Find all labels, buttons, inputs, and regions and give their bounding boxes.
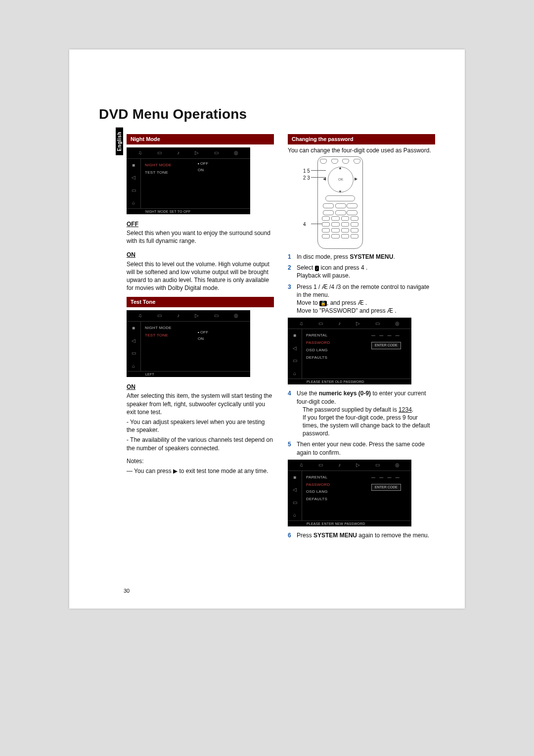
password-new-screenshot: ♫ ▭ ♪ ▷ ▭ ◎ ■ ◁ ▭ ⌂ PARENTAL [288, 460, 411, 526]
step-3: Press 1 / Æ /4 /3 on the remote control … [288, 283, 435, 315]
code-dashes: — — — — [371, 475, 401, 480]
screen-status: NIGHT MODE SET TO OFF [127, 208, 250, 216]
side-icon: ⌂ [132, 363, 135, 370]
screen-tab-row: ♫ ▭ ♪ ▷ ▭ ◎ [127, 147, 250, 159]
tab-icon: ▷ [195, 149, 199, 156]
page-number: 30 [124, 588, 130, 594]
tt-on-p2: - You can adjust speakers level when you… [127, 418, 274, 434]
tab-icon: ◎ [234, 149, 238, 156]
tab-icon: ◎ [234, 312, 238, 319]
side-icon: ▭ [293, 499, 297, 506]
ok-button: OK [328, 167, 354, 192]
language-tab: English [116, 128, 123, 155]
speaker-icon: ♪ [315, 266, 319, 271]
remote-diagram: 1 5 2 3 4 ▲◀▶▼ OK [317, 156, 363, 249]
screen-status: PLEASE ENTER NEW PASSWORD [288, 520, 411, 528]
code-dashes: — — — — [371, 333, 401, 338]
steps-list-3: Press SYSTEM MENU again to remove the me… [288, 531, 435, 539]
option-on: ON [198, 167, 208, 174]
page-title: DVD Menu Operations [99, 106, 435, 122]
side-icon: ◁ [132, 337, 135, 344]
side-icon: ⌂ [293, 370, 296, 377]
side-icon: ◁ [293, 486, 297, 493]
tt-on-p1: After selecting this item, the system wi… [127, 392, 274, 416]
menu-item: DEFAULTS [306, 496, 407, 503]
tab-icon: ♪ [177, 149, 179, 156]
tab-icon: ♪ [177, 312, 179, 319]
menu-item: NIGHT MODE [145, 162, 246, 169]
callout-label: 4 [303, 221, 306, 228]
enter-code-box: ENTER CODE [371, 342, 401, 349]
callout-label: 2 3 [303, 175, 310, 182]
side-icon: ◁ [293, 345, 297, 352]
password-old-screenshot: ♫ ▭ ♪ ▷ ▭ ◎ ■ ◁ ▭ ⌂ PARENTAL [288, 318, 411, 384]
tab-icon: ▭ [214, 312, 219, 319]
tab-icon: ♫ [138, 312, 142, 319]
on-subhead: ON [127, 251, 274, 259]
password-header: Changing the password [288, 134, 435, 144]
tab-icon: ♫ [300, 320, 304, 327]
tab-icon: ◎ [395, 462, 400, 469]
step-4: Use the numeric keys (0-9) to enter your… [288, 389, 435, 437]
step-5: Then enter your new code. Press the same… [288, 440, 435, 456]
tt-on-p3: - The availability of the various channe… [127, 436, 274, 452]
notes-text: — You can press ▶ to exit test tone mode… [127, 467, 274, 475]
tab-icon: ▭ [375, 462, 380, 469]
side-icon: ■ [132, 325, 135, 331]
tab-icon: ♪ [338, 462, 341, 469]
tab-icon: ▭ [318, 320, 323, 327]
side-icon: ■ [132, 162, 135, 169]
left-column: Night Mode ♫ ▭ ♪ ▷ ▭ ◎ ■ ◁ ▭ ⌂ [127, 134, 274, 542]
off-text: Select this when you want to enjoy the s… [127, 229, 274, 245]
manual-page: DVD Menu Operations English Night Mode ♫… [69, 49, 465, 609]
screen-status: PLEASE ENTER OLD PASSWORD [288, 378, 411, 386]
step-1: In disc mode, press SYSTEM MENU. [288, 253, 435, 261]
menu-item: NIGHT MODE [145, 325, 246, 332]
step-6: Press SYSTEM MENU again to remove the me… [288, 531, 435, 539]
menu-item: TEST TONE [145, 332, 246, 339]
steps-list-2: Use the numeric keys (0-9) to enter your… [288, 389, 435, 457]
tab-icon: ▷ [356, 320, 360, 327]
on-text: Select this to level out the volume. Hig… [127, 260, 274, 292]
tab-icon: ▷ [195, 312, 199, 319]
lock-icon: 🔒 [319, 301, 327, 306]
tab-icon: ▭ [318, 462, 323, 469]
side-icon: ⌂ [132, 199, 135, 206]
side-icon: ▭ [132, 187, 136, 194]
tab-icon: ▭ [157, 149, 162, 156]
option-off: OFF [198, 161, 208, 167]
side-icon: ▭ [132, 350, 136, 357]
tab-icon: ▭ [157, 312, 162, 319]
night-mode-screenshot: ♫ ▭ ♪ ▷ ▭ ◎ ■ ◁ ▭ ⌂ NIGHT MODE [127, 147, 250, 214]
screen-side-icons: ■ ◁ ▭ ⌂ [127, 159, 141, 208]
steps-list: In disc mode, press SYSTEM MENU. Select … [288, 253, 435, 315]
menu-item: DEFAULTS [306, 354, 407, 362]
tab-icon: ▷ [356, 462, 360, 469]
option-on: ON [198, 336, 208, 342]
step-2: Select ♪ icon and press 4 . Playback wil… [288, 264, 435, 280]
enter-code-box: ENTER CODE [371, 484, 401, 491]
callout-label: 1 5 [303, 168, 310, 175]
option-off: OFF [198, 330, 208, 336]
side-icon: ◁ [132, 174, 135, 181]
tt-on-subhead: ON [127, 383, 274, 391]
tab-icon: ▭ [214, 149, 219, 156]
right-column: Changing the password You can change the… [288, 134, 435, 542]
side-icon: ⌂ [293, 512, 296, 519]
intro-text: You can change the four-digit code used … [288, 146, 435, 154]
screen-status: LEFT [127, 371, 250, 378]
night-mode-header: Night Mode [127, 134, 274, 144]
test-tone-screenshot: ♫ ▭ ♪ ▷ ▭ ◎ ■ ◁ ▭ ⌂ NIGHT MODE [127, 310, 250, 377]
tab-icon: ▭ [375, 320, 380, 327]
side-icon: ■ [293, 474, 296, 481]
tab-icon: ♪ [338, 320, 341, 327]
menu-item: TEST TONE [145, 169, 246, 177]
off-subhead: OFF [127, 220, 274, 228]
tab-icon: ◎ [395, 320, 400, 327]
side-icon: ▭ [293, 357, 297, 364]
notes-head: Notes: [127, 457, 274, 465]
tab-icon: ♫ [138, 149, 142, 156]
test-tone-header: Test Tone [127, 297, 274, 307]
tab-icon: ♫ [300, 462, 304, 469]
side-icon: ■ [293, 332, 296, 339]
